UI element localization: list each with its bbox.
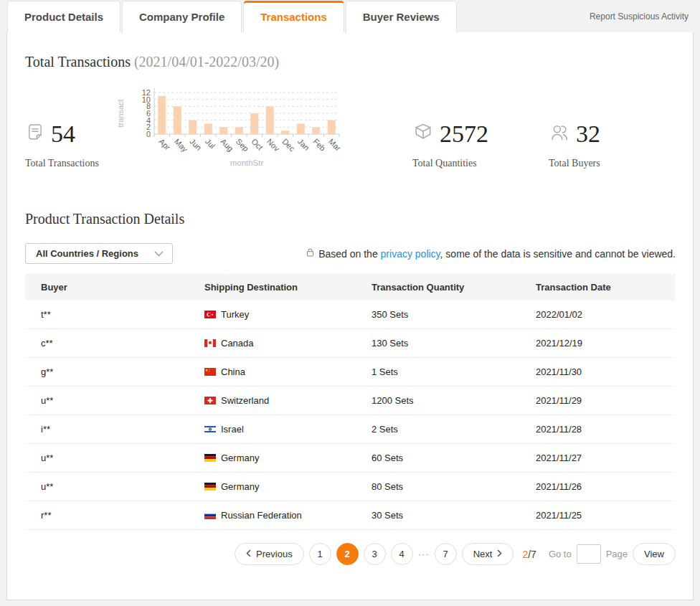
flag-cn-icon [204, 368, 216, 376]
tab-buyer-reviews[interactable]: Buyer Reviews [346, 1, 457, 32]
box-icon [412, 122, 434, 146]
page-buttons: 1234···7 [309, 543, 457, 565]
svg-text:May: May [173, 137, 190, 154]
buyers-icon [549, 122, 570, 146]
table-row: g** China 1 Sets 2021/11/30 [25, 358, 676, 387]
page-button-2[interactable]: 2 [336, 543, 359, 565]
total-transactions-label: Total Transactions [25, 158, 99, 169]
country-filter-value: All Countries / Regions [36, 248, 138, 259]
total-buyers-label: Total Buyers [549, 158, 600, 169]
buyer-cell: r** [41, 510, 204, 521]
svg-text:12: 12 [142, 88, 151, 97]
total-buyers-value: 32 [576, 120, 600, 148]
flag-de-icon [204, 454, 216, 462]
transaction-date-cell: 2022/01/02 [536, 309, 676, 320]
shipping-destination-cell: Germany [204, 481, 372, 492]
shipping-destination-cell: Russian Federation [204, 510, 372, 521]
transaction-quantity-cell: 130 Sets [372, 338, 536, 349]
transactions-page: Product Details Company Profile Transact… [0, 0, 700, 606]
transaction-date-cell: 2021/11/26 [536, 481, 676, 492]
stat-total-buyers: 32 Total Buyers [549, 120, 600, 169]
total-quantities-value: 2572 [440, 120, 488, 148]
privacy-note: Based on the privacy policy, some of the… [306, 247, 676, 260]
flag-ru-icon [204, 511, 216, 519]
svg-text:Apr: Apr [157, 137, 172, 152]
svg-text:transact: transact [116, 99, 125, 127]
svg-text:Jun: Jun [188, 137, 203, 152]
shipping-destination-cell: Turkey [204, 309, 372, 320]
transaction-date-cell: 2021/11/28 [536, 424, 676, 435]
transaction-date-cell: 2021/12/19 [536, 338, 676, 349]
svg-text:Sep: Sep [235, 137, 250, 153]
svg-text:Jan: Jan [296, 137, 311, 152]
svg-text:Dec: Dec [280, 137, 297, 153]
total-transactions-value: 54 [51, 120, 75, 148]
goto-page-input[interactable] [577, 544, 601, 564]
country-name: Canada [221, 338, 254, 349]
tab-product-details[interactable]: Product Details [7, 1, 120, 32]
privacy-note-text: Based on the privacy policy, some of the… [318, 248, 676, 260]
page-indicator: 2/7 [522, 549, 536, 560]
summary-band: transact024681012AprMayJunJulAugSepOctNo… [7, 70, 693, 199]
country-name: Israel [221, 424, 244, 435]
svg-text:Feb: Feb [311, 137, 327, 153]
goto-label: Go to [549, 549, 572, 559]
document-icon [25, 123, 45, 146]
country-name: Turkey [221, 309, 249, 320]
buyer-cell: u** [41, 453, 204, 463]
transaction-date-cell: 2021/11/25 [536, 510, 676, 521]
shipping-destination-cell: China [204, 366, 372, 377]
column-header-transaction-date: Transaction Date [536, 282, 676, 293]
transaction-quantity-cell: 60 Sets [372, 453, 536, 463]
page-button-4[interactable]: 4 [391, 543, 413, 565]
column-header-transaction-quantity: Transaction Quantity [372, 282, 536, 293]
column-header-shipping-destination: Shipping Destination [204, 282, 372, 293]
table-row: t** Turkey 350 Sets 2022/01/02 [25, 300, 676, 329]
stat-total-quantities: 2572 Total Quantities [412, 120, 488, 169]
tab-company-profile[interactable]: Company Profile [122, 1, 242, 32]
page-button-3[interactable]: 3 [364, 543, 386, 565]
transaction-quantity-cell: 1 Sets [372, 366, 536, 377]
total-transactions-title: Total Transactions (2021/04/01-2022/03/2… [7, 32, 693, 70]
content-panel: Total Transactions (2021/04/01-2022/03/2… [6, 32, 694, 600]
column-header-buyer: Buyer [41, 282, 204, 293]
country-name: Germany [221, 453, 259, 463]
table-row: c** Canada 130 Sets 2021/12/19 [25, 329, 676, 358]
flag-ca-icon [204, 339, 216, 347]
table-row: u** Germany 60 Sets 2021/11/27 [25, 444, 676, 473]
transaction-quantity-cell: 80 Sets [372, 481, 536, 492]
report-suspicious-activity-link[interactable]: Report Suspicious Activity [590, 11, 689, 22]
country-filter-dropdown[interactable]: All Countries / Regions [25, 243, 173, 264]
transaction-quantity-cell: 30 Sets [372, 510, 536, 521]
table-body: t** Turkey 350 Sets 2022/01/02 c** Canad… [25, 300, 676, 530]
tab-bar: Product Details Company Profile Transact… [0, 0, 700, 32]
transaction-date-cell: 2021/11/27 [536, 453, 676, 463]
stat-total-transactions: 54 Total Transactions [25, 120, 99, 169]
transaction-quantity-cell: 1200 Sets [372, 395, 536, 406]
pagination: Previous 1234···7 Next 2/7 Go to Page Vi… [7, 543, 676, 565]
page-button-7[interactable]: 7 [435, 543, 457, 565]
monthly-transactions-bar-chart: transact024681012AprMayJunJulAugSepOctNo… [113, 77, 350, 176]
svg-text:Mar: Mar [327, 137, 343, 153]
transactions-table: Buyer Shipping Destination Transaction Q… [25, 274, 676, 530]
transaction-date-cell: 2021/11/30 [536, 366, 676, 377]
privacy-policy-link[interactable]: privacy policy [381, 248, 440, 260]
chevron-right-icon [497, 549, 502, 559]
flag-ch-icon [204, 397, 216, 404]
buyer-cell: c** [41, 338, 204, 349]
table-header-row: Buyer Shipping Destination Transaction Q… [25, 274, 676, 300]
previous-button[interactable]: Previous [235, 543, 304, 565]
buyer-cell: g** [41, 366, 204, 377]
country-name: Switzerland [221, 395, 269, 406]
view-button[interactable]: View [633, 543, 676, 565]
pagination-ellipsis: ··· [418, 549, 430, 559]
transaction-date-cell: 2021/11/29 [536, 395, 676, 406]
flag-tr-icon [204, 311, 216, 318]
page-button-1[interactable]: 1 [309, 543, 331, 565]
tab-transactions[interactable]: Transactions [243, 1, 344, 32]
buyer-cell: t** [41, 309, 204, 320]
total-quantities-label: Total Quantities [412, 158, 488, 169]
country-name: Germany [221, 481, 259, 492]
next-button[interactable]: Next [462, 543, 514, 565]
flag-de-icon [204, 483, 216, 491]
